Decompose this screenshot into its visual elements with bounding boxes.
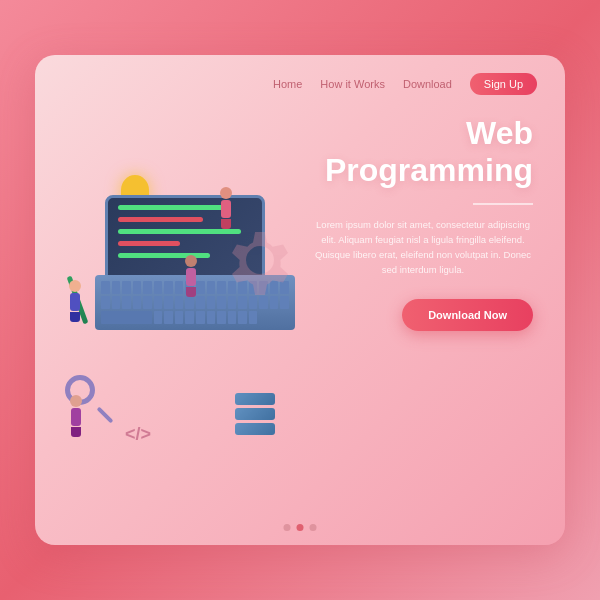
illustration: </> (55, 115, 335, 485)
download-button[interactable]: Download Now (402, 299, 533, 331)
dot-2[interactable] (297, 524, 304, 531)
headline: Web Programming (313, 115, 533, 189)
divider (473, 203, 533, 205)
stacked-discs-icon (235, 393, 275, 435)
dot-1[interactable] (284, 524, 291, 531)
figure-bottom (70, 395, 82, 437)
navbar: Home How it Works Download Sign Up (273, 73, 537, 95)
dot-3[interactable] (310, 524, 317, 531)
figure-left (69, 280, 81, 322)
figure-screen (185, 255, 197, 297)
nav-home[interactable]: Home (273, 78, 302, 90)
main-card: Home How it Works Download Sign Up (35, 55, 565, 545)
code-tag-icon: </> (125, 424, 151, 445)
hero-content: Web Programming Lorem ipsum dolor sit am… (313, 115, 533, 331)
nav-download[interactable]: Download (403, 78, 452, 90)
body-text: Lorem ipsum dolor sit amet, consectetur … (313, 217, 533, 278)
pagination-dots (284, 524, 317, 531)
nav-how-it-works[interactable]: How it Works (320, 78, 385, 90)
figure-top (220, 187, 232, 229)
gear-icon (225, 225, 295, 295)
signup-button[interactable]: Sign Up (470, 73, 537, 95)
